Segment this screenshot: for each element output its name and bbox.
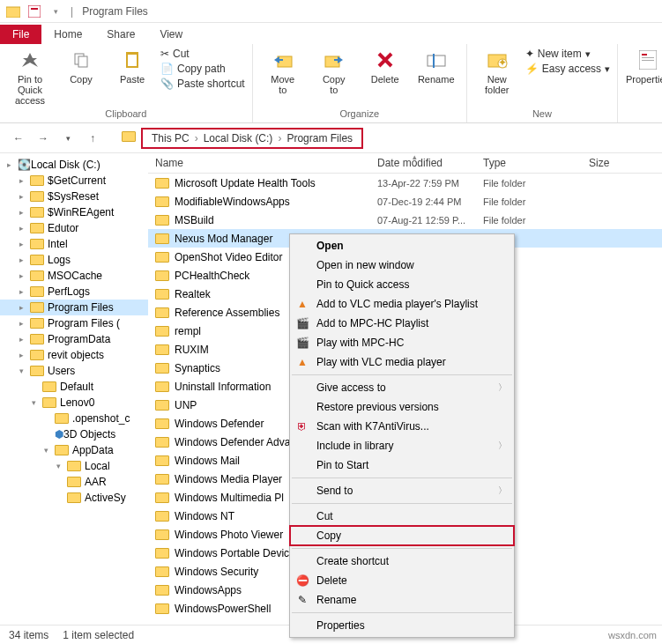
ctx-properties[interactable]: Properties — [290, 616, 514, 635]
rename-button[interactable]: Rename — [413, 48, 459, 95]
tree-caret-icon[interactable]: ▸ — [19, 240, 30, 248]
col-date[interactable]: Date modified — [377, 157, 483, 169]
tree-caret-icon[interactable]: ▸ — [19, 224, 30, 233]
ctx-open-new-window[interactable]: Open in new window — [290, 255, 514, 275]
ctx-vlc-play[interactable]: ▲Play with VLC media player — [290, 352, 514, 372]
tree-caret-icon[interactable]: ▾ — [44, 446, 55, 455]
crumb-local-disk[interactable]: Local Disk (C:) — [200, 132, 277, 144]
copy-to-icon — [322, 48, 346, 72]
cut-button[interactable]: ✂Cut — [160, 48, 245, 60]
ctx-restore-versions[interactable]: Restore previous versions — [290, 397, 514, 417]
tab-file[interactable]: File — [0, 25, 41, 44]
qat-properties-icon[interactable] — [25, 2, 44, 21]
col-type[interactable]: Type — [483, 157, 589, 169]
new-item-button[interactable]: ✦New item ▾ — [525, 48, 610, 60]
tree-caret-icon[interactable]: ▸ — [19, 208, 30, 217]
tree-item[interactable]: ▸Program Files — [0, 300, 148, 315]
tree-item[interactable]: ▸$SysReset — [0, 189, 148, 204]
nav-tree[interactable]: ▸💽Local Disk (C:)▸$GetCurrent▸$SysReset▸… — [0, 153, 148, 625]
move-to-button[interactable]: Move to — [260, 48, 306, 95]
tree-item[interactable]: ActiveSy — [0, 490, 148, 506]
folder-icon — [155, 511, 169, 522]
tree-item[interactable]: ▾Lenov0 — [0, 395, 148, 411]
nav-forward-button[interactable]: → — [33, 129, 53, 148]
ctx-rename[interactable]: ✎Rename — [290, 590, 514, 610]
ctx-mpc-play[interactable]: 🎬Play with MPC-HC — [290, 333, 514, 352]
ribbon: Pin to Quick access Copy Paste ✂Cut 📄Cop… — [0, 44, 662, 123]
tree-caret-icon[interactable]: ▸ — [19, 287, 30, 296]
tree-item[interactable]: ▾Users — [0, 363, 148, 379]
copy-button[interactable]: Copy — [58, 48, 104, 106]
qat-dropdown-icon[interactable]: ▾ — [46, 2, 65, 21]
crumb-this-pc[interactable]: This PC — [148, 132, 193, 144]
nav-recent-button[interactable]: ▾ — [58, 129, 78, 148]
tree-caret-icon[interactable]: ▸ — [19, 303, 30, 312]
copy-to-button[interactable]: Copy to — [311, 48, 357, 95]
file-row[interactable]: MSBuild07-Aug-21 12:59 P...File folder — [148, 211, 662, 229]
tab-share[interactable]: Share — [94, 25, 147, 44]
ctx-pin-quick-access[interactable]: Pin to Quick access — [290, 275, 514, 294]
column-headers[interactable]: ▴ Name Date modified Type Size — [148, 153, 662, 174]
tree-caret-icon[interactable]: ▾ — [19, 366, 30, 375]
ctx-delete[interactable]: ⛔Delete — [290, 571, 514, 590]
tree-item[interactable]: .openshot_c — [0, 411, 148, 426]
tree-caret-icon[interactable]: ▸ — [19, 255, 30, 264]
paste-button[interactable]: Paste — [109, 48, 155, 106]
tab-view[interactable]: View — [147, 25, 195, 44]
tree-item[interactable]: ▸$WinREAgent — [0, 204, 148, 220]
easy-access-button[interactable]: ⚡Easy access ▾ — [525, 63, 610, 75]
tree-item[interactable]: ▸$GetCurrent — [0, 173, 148, 189]
tree-item[interactable]: Default — [0, 379, 148, 395]
ctx-pin-start[interactable]: Pin to Start — [290, 455, 514, 475]
ctx-open[interactable]: Open — [290, 236, 514, 255]
tree-item[interactable]: ▸Intel — [0, 236, 148, 252]
tree-item[interactable]: ▸💽Local Disk (C:) — [0, 157, 148, 173]
tree-item[interactable]: ▸Program Files ( — [0, 315, 148, 331]
tree-label: AppData — [72, 444, 114, 456]
tree-caret-icon[interactable]: ▸ — [19, 319, 30, 328]
tree-item[interactable]: ▾AppData — [0, 442, 148, 458]
ctx-create-shortcut[interactable]: Create shortcut — [290, 551, 514, 571]
tree-item[interactable]: ▸Logs — [0, 252, 148, 268]
tree-item[interactable]: ▸Edutor — [0, 220, 148, 236]
file-row[interactable]: ModifiableWindowsApps07-Dec-19 2:44 PMFi… — [148, 192, 662, 211]
pin-to-quick-access-button[interactable]: Pin to Quick access — [7, 48, 53, 106]
tree-caret-icon[interactable]: ▸ — [7, 160, 18, 169]
qat-explorer-icon[interactable] — [4, 2, 23, 21]
ctx-cut[interactable]: Cut — [290, 507, 514, 526]
paste-shortcut-button[interactable]: 📎Paste shortcut — [160, 78, 245, 90]
ctx-vlc-playlist[interactable]: ▲Add to VLC media player's Playlist — [290, 294, 514, 314]
breadcrumb[interactable]: This PC › Local Disk (C:) › Program File… — [141, 128, 363, 149]
new-folder-button[interactable]: ✦ New folder — [474, 48, 520, 95]
nav-up-button[interactable]: ↑ — [83, 129, 102, 148]
ctx-mpc-playlist[interactable]: 🎬Add to MPC-HC Playlist — [290, 314, 514, 333]
tab-home[interactable]: Home — [41, 25, 94, 44]
ctx-include-library[interactable]: Include in library〉 — [290, 436, 514, 455]
delete-button[interactable]: Delete — [362, 48, 408, 95]
tree-caret-icon[interactable]: ▾ — [32, 398, 42, 407]
tree-item[interactable]: AAR — [0, 474, 148, 490]
tree-caret-icon[interactable]: ▸ — [19, 192, 30, 201]
ctx-copy[interactable]: Copy — [290, 526, 514, 545]
tree-item[interactable]: ▸ProgramData — [0, 331, 148, 347]
tree-caret-icon[interactable]: ▾ — [56, 462, 67, 470]
tree-caret-icon[interactable]: ▸ — [19, 271, 30, 280]
col-size[interactable]: Size — [589, 157, 642, 169]
tree-item[interactable]: ▸revit objects — [0, 347, 148, 363]
tree-item[interactable]: ⬢3D Objects — [0, 426, 148, 442]
ctx-give-access[interactable]: Give access to〉 — [290, 378, 514, 397]
file-row[interactable]: Microsoft Update Health Tools13-Apr-22 7… — [148, 174, 662, 192]
nav-back-button[interactable]: ← — [9, 129, 28, 148]
tree-item[interactable]: ▾Local — [0, 458, 148, 474]
tree-item[interactable]: ▸PerfLogs — [0, 284, 148, 300]
crumb-program-files[interactable]: Program Files — [283, 132, 356, 144]
properties-button[interactable]: Properties — [625, 48, 662, 90]
tree-caret-icon[interactable]: ▸ — [19, 176, 30, 185]
copy-path-button[interactable]: 📄Copy path — [160, 63, 245, 75]
ctx-send-to[interactable]: Send to〉 — [290, 481, 514, 500]
tree-caret-icon[interactable]: ▸ — [19, 335, 30, 344]
tree-item[interactable]: ▸MSOCache — [0, 268, 148, 284]
col-name[interactable]: Name — [148, 157, 377, 169]
ctx-scan-k7[interactable]: ⛨Scan with K7AntiVirus... — [290, 417, 514, 436]
tree-caret-icon[interactable]: ▸ — [19, 351, 30, 359]
